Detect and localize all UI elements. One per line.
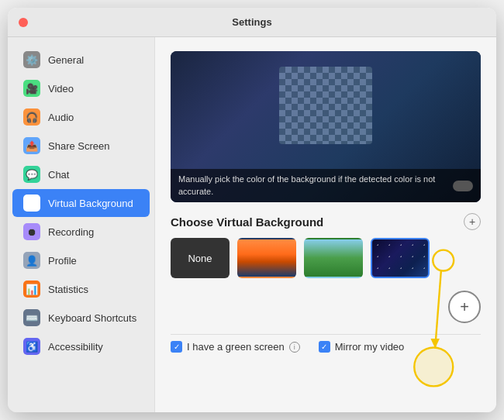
sidebar-item-chat-label: Chat <box>48 169 69 181</box>
sidebar-item-share-screen-label: Share Screen <box>48 140 110 152</box>
audio-icon: 🎧 <box>23 108 40 126</box>
statistics-icon: 📊 <box>23 281 40 298</box>
checkboxes-row: ✓ I have a green screen i ✓ Mirror my vi… <box>171 334 481 353</box>
add-area: + <box>171 291 481 323</box>
content-area: ⚙️General🎥Video🎧Audio📤Share Screen💬Chat🖼… <box>8 37 496 412</box>
mirror-video-label: Mirror my video <box>335 341 405 353</box>
window-title: Settings <box>232 16 271 28</box>
sidebar-item-statistics-label: Statistics <box>48 284 88 295</box>
sidebar-item-share-screen[interactable]: 📤Share Screen <box>12 132 150 160</box>
virtual-background-icon: 🖼 <box>23 195 40 212</box>
sidebar-item-general[interactable]: ⚙️General <box>12 46 150 74</box>
add-background-button-large[interactable]: + <box>448 291 481 323</box>
sidebar-item-statistics[interactable]: 📊Statistics <box>12 275 150 303</box>
settings-window: Settings ⚙️General🎥Video🎧Audio📤Share Scr… <box>8 8 496 412</box>
sidebar-item-virtual-background-label: Virtual Background <box>48 198 133 209</box>
chat-icon: 💬 <box>23 166 40 183</box>
preview-caption-text: Manually pick the color of the backgroun… <box>178 174 453 198</box>
green-screen-checkbox[interactable]: ✓ <box>171 341 182 353</box>
green-screen-info-icon[interactable]: i <box>289 342 300 353</box>
green-screen-checkbox-item: ✓ I have a green screen i <box>171 341 300 353</box>
sidebar-item-profile-label: Profile <box>48 255 77 267</box>
preview-container: Manually pick the color of the backgroun… <box>171 51 481 202</box>
sidebar-item-chat[interactable]: 💬Chat <box>12 160 150 188</box>
sidebar: ⚙️General🎥Video🎧Audio📤Share Screen💬Chat🖼… <box>8 37 155 412</box>
preview-caption-bar: Manually pick the color of the backgroun… <box>171 169 481 202</box>
titlebar: Settings <box>8 8 496 37</box>
close-button[interactable] <box>19 18 28 27</box>
accessibility-icon: ♿ <box>23 338 40 355</box>
sidebar-item-keyboard-shortcuts[interactable]: ⌨️Keyboard Shortcuts <box>12 304 150 332</box>
section-title: Choose Virtual Background <box>171 215 323 229</box>
share-screen-icon: 📤 <box>23 137 40 154</box>
video-icon: 🎥 <box>23 80 40 97</box>
sidebar-item-audio[interactable]: 🎧Audio <box>12 103 150 131</box>
sidebar-item-audio-label: Audio <box>48 112 74 123</box>
main-panel: Manually pick the color of the backgroun… <box>155 37 496 412</box>
bg-choice-space[interactable] <box>371 238 430 278</box>
general-icon: ⚙️ <box>23 51 40 68</box>
keyboard-shortcuts-icon: ⌨️ <box>23 309 40 326</box>
sidebar-item-accessibility[interactable]: ♿Accessibility <box>12 332 150 360</box>
bg-choice-grass[interactable] <box>304 238 363 278</box>
recording-icon: ⏺ <box>23 223 40 240</box>
sidebar-item-general-label: General <box>48 54 84 66</box>
sidebar-item-recording[interactable]: ⏺Recording <box>12 218 150 246</box>
preview-video <box>279 67 372 144</box>
add-background-button-top[interactable]: + <box>464 213 481 230</box>
green-screen-label: I have a green screen <box>187 341 285 353</box>
sidebar-item-accessibility-label: Accessibility <box>48 341 103 353</box>
sidebar-item-virtual-background[interactable]: 🖼Virtual Background <box>12 189 150 217</box>
sidebar-item-profile[interactable]: 👤Profile <box>12 246 150 274</box>
sidebar-item-recording-label: Recording <box>48 226 94 238</box>
sidebar-item-video-label: Video <box>48 83 74 95</box>
mirror-video-checkbox-item: ✓ Mirror my video <box>319 341 405 353</box>
svg-point-1 <box>414 347 453 386</box>
sidebar-item-video[interactable]: 🎥Video <box>12 74 150 102</box>
section-header: Choose Virtual Background + <box>171 213 481 230</box>
bg-choice-bridge[interactable] <box>237 238 296 278</box>
preview-toggle[interactable] <box>453 181 473 191</box>
background-choices: None <box>171 238 481 278</box>
bg-choice-none[interactable]: None <box>171 238 230 278</box>
sidebar-item-keyboard-shortcuts-label: Keyboard Shortcuts <box>48 312 136 324</box>
mirror-video-checkbox[interactable]: ✓ <box>319 341 330 353</box>
profile-icon: 👤 <box>23 252 40 269</box>
